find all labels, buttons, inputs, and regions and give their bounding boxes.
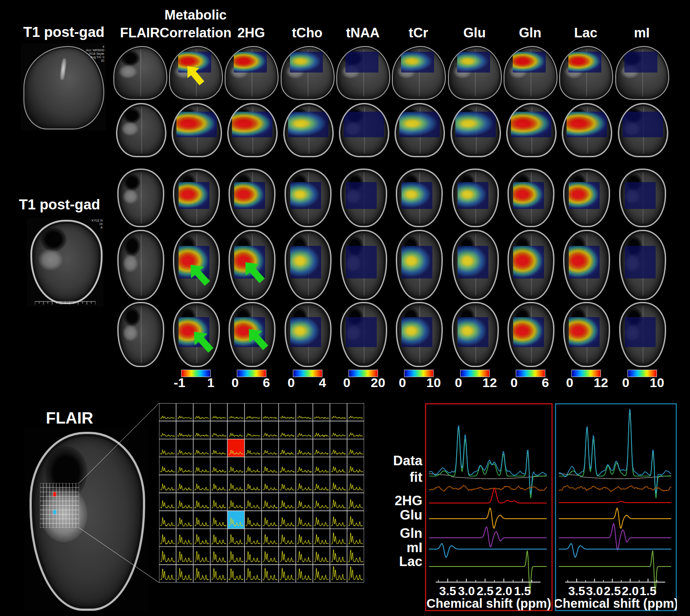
lesion xyxy=(123,254,139,272)
colorbar-min-label: 0 xyxy=(449,375,468,390)
colorbar-max-label: 20 xyxy=(368,375,388,390)
colorbar-min-label: 0 xyxy=(560,375,579,390)
voxel-spectrum xyxy=(348,450,363,454)
midline xyxy=(141,172,142,223)
voxel-spectrum xyxy=(280,500,294,508)
voxel-spectrum xyxy=(263,501,277,508)
brain-axial xyxy=(619,302,666,367)
brain-axial xyxy=(117,302,164,367)
x-tick-label: 1.5 xyxy=(514,584,531,598)
voxel-spectrum xyxy=(297,416,312,419)
voxel-spectrum xyxy=(229,433,243,437)
colorbar-min-label: -1 xyxy=(170,375,189,390)
voxel-spectrum xyxy=(331,517,345,526)
brain-sagittal xyxy=(504,46,557,100)
colorbar-min-label: 0 xyxy=(337,375,356,390)
brain-axial xyxy=(173,230,220,300)
voxel-spectrum xyxy=(246,450,260,454)
colorbar-max-label: 10 xyxy=(424,375,443,390)
brain-coronal xyxy=(562,103,612,157)
voxel-spectrum xyxy=(229,569,243,580)
voxel-spectrum xyxy=(348,416,363,418)
voxel-spectrum xyxy=(331,550,345,562)
mrsi-map-cell xyxy=(447,229,502,300)
brain-axial xyxy=(508,230,554,300)
brain-coronal xyxy=(116,103,166,157)
metabolite-heatmap-overlay xyxy=(179,182,209,209)
brain-axial xyxy=(619,169,666,227)
voxel-spectrum xyxy=(263,518,277,526)
metabolite-heatmap-overlay xyxy=(401,317,432,347)
brain-axial xyxy=(340,230,387,300)
axial-t1-image: KYLE N19A xyxy=(27,218,103,307)
mrsi-map-cell xyxy=(224,168,279,227)
metabolite-heatmap-overlay xyxy=(344,112,384,138)
voxel-spectrum xyxy=(195,484,209,490)
column-header-tcho: tCho xyxy=(279,25,335,41)
metabolite-heatmap-overlay xyxy=(624,52,658,73)
brain-axial xyxy=(173,169,220,227)
mrsi-map-cell xyxy=(614,101,670,157)
brain-sagittal xyxy=(281,46,335,100)
voxel-spectrum xyxy=(263,450,277,454)
resection-cavity xyxy=(120,50,140,66)
colorbar-min-label: 0 xyxy=(616,375,635,390)
x-tick-label: 2.0 xyxy=(622,584,639,598)
brain-sagittal xyxy=(392,46,446,100)
mrsi-map-cell xyxy=(280,101,335,157)
mrsi-map-cell xyxy=(391,168,446,227)
voxel-spectrum xyxy=(177,467,192,472)
voxel-spectrum xyxy=(246,535,260,544)
voxel-spectrum xyxy=(177,568,192,580)
scan-corner-line: 19 xyxy=(92,222,103,226)
figure-root: T1 post-gad T1 post-gad FLAIR Data fit 2… xyxy=(0,0,690,616)
mrsi-map-cell xyxy=(391,229,446,300)
voxel-spectrum xyxy=(212,518,226,526)
scan-corner-line: A xyxy=(92,226,103,229)
mrsi-map-cell xyxy=(558,229,614,300)
mrsi-map-cell xyxy=(224,101,279,157)
mrsi-map-cell xyxy=(335,45,391,101)
brain-sagittal xyxy=(336,46,390,100)
mrsi-map-cell xyxy=(503,229,558,300)
brain-axial xyxy=(229,169,275,227)
brain-axial xyxy=(396,230,443,300)
voxel-spectrum xyxy=(331,483,345,490)
metabolite-heatmap-overlay xyxy=(458,317,488,347)
voxel-spectrum xyxy=(212,450,226,454)
axial-t1-title: T1 post-gad xyxy=(18,196,101,213)
brain-axial xyxy=(229,230,275,300)
voxel-spectrum xyxy=(177,450,192,454)
brain-sagittal xyxy=(559,46,613,100)
mrsi-map-cell xyxy=(168,229,223,300)
metabolite-heatmap-overlay xyxy=(623,112,663,138)
voxel-spectrum xyxy=(297,467,312,472)
column-header-2hg: 2HG xyxy=(223,25,279,41)
midline xyxy=(140,50,141,96)
colorbar-min-label: 0 xyxy=(504,375,524,390)
lesion xyxy=(119,65,137,79)
voxel-spectrum xyxy=(246,568,260,580)
mrsi-map-cell xyxy=(447,168,502,227)
mrsi-map-cell xyxy=(168,101,223,157)
metabolite-heatmap-overlay xyxy=(568,52,602,73)
metabolite-heatmap-overlay xyxy=(234,317,265,347)
voxel-spectrum xyxy=(331,566,345,580)
glu-trace xyxy=(559,508,671,528)
scale-ruler xyxy=(35,301,96,305)
voxel-spectrum xyxy=(331,450,345,454)
voxel-spectrum xyxy=(246,500,260,508)
mrsi-map-cell xyxy=(280,168,335,227)
scan-corner-line: 2016 Septe xyxy=(86,52,104,56)
brain-coronal xyxy=(227,103,278,157)
colorbar-max-label: 6 xyxy=(536,375,555,390)
voxel-spectrum xyxy=(314,417,328,418)
mrsi-map-cell xyxy=(168,168,223,227)
voxel-spectrum xyxy=(177,433,192,436)
resection-cavity xyxy=(124,308,141,326)
colorbar-max-label: 12 xyxy=(591,375,610,390)
brain-axial xyxy=(117,169,164,227)
lesion xyxy=(121,122,139,136)
mrsi-map-cell xyxy=(447,301,502,367)
mrsi-map-cell xyxy=(224,301,279,367)
